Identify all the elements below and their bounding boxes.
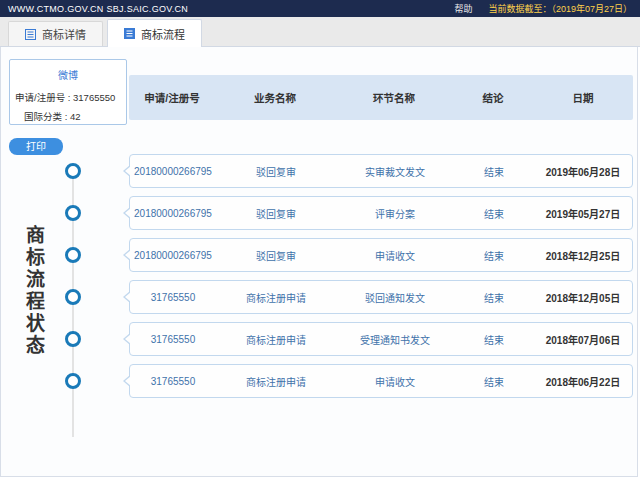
cell-date: 2018年06月22日 [534,365,632,397]
table-header: 申请/注册号业务名称环节名称结论日期 [129,75,633,120]
cell-business-name: 商标注册申请 [216,365,336,397]
international-class: 国际分类 : 42 [24,109,126,123]
header-date: 日期 [533,75,633,120]
cell-reg-no: 31765550 [130,323,216,355]
trademark-summary-box: 微博 申请/注册号 : 31765550 国际分类 : 42 [9,59,127,125]
header-business-name: 业务名称 [215,75,335,120]
header-reg-no: 申请/注册号 [129,75,215,120]
data-as-of-text: 当前数据截至：（2019年07月27日） [488,2,632,15]
cell-reg-no: 20180000266795 [130,197,216,229]
vertical-page-title: 商标流程状态 [23,225,44,357]
cell-business-name: 商标注册申请 [216,323,336,355]
cell-conclusion: 结束 [454,155,534,187]
table-row: 20180000266795驳回复审申请收文结束2018年12月25日 [129,238,633,272]
cell-reg-no: 20180000266795 [130,239,216,271]
cell-date: 2019年05月27日 [534,197,632,229]
table-row: 31765550商标注册申请申请收文结束2018年06月22日 [129,364,633,398]
cell-conclusion: 结束 [454,239,534,271]
timeline-node-icon [65,373,81,389]
cell-conclusion: 结束 [454,365,534,397]
topbar: WWW.CTMO.GOV.CN SBJ.SAIC.GOV.CN 帮助 当前数据截… [0,0,640,17]
cell-stage-name: 实审裁文发文 [336,155,454,187]
table-row: 31765550商标注册申请驳回通知发文结束2018年12月05日 [129,280,633,314]
content-card: 微博 申请/注册号 : 31765550 国际分类 : 42 打印 商标流程状态… [0,47,638,477]
cell-reg-no: 20180000266795 [130,155,216,187]
timeline-node-icon [65,331,81,347]
header-conclusion: 结论 [453,75,533,120]
table-row: 20180000266795驳回复审评审分案结束2019年05月27日 [129,196,633,230]
cell-business-name: 驳回复审 [216,155,336,187]
table-row: 20180000266795驳回复审实审裁文发文结束2019年06月28日 [129,154,633,188]
cell-date: 2019年06月28日 [534,155,632,187]
cell-date: 2018年07月06日 [534,323,632,355]
cell-stage-name: 驳回通知发文 [336,281,454,313]
document-list-icon [25,29,36,40]
print-button[interactable]: 打印 [9,138,63,155]
tabstrip: 商标详情 商标流程 [0,17,640,47]
site-url-text: WWW.CTMO.GOV.CN SBJ.SAIC.GOV.CN [8,4,188,14]
cell-stage-name: 申请收文 [336,239,454,271]
timeline-node-icon [65,289,81,305]
registration-number: 申请/注册号 : 31765550 [15,90,126,104]
timeline-node-icon [65,163,81,179]
cell-date: 2018年12月25日 [534,239,632,271]
cell-business-name: 驳回复审 [216,197,336,229]
header-stage-name: 环节名称 [335,75,453,120]
tab-trademark-details[interactable]: 商标详情 [8,21,103,46]
cell-stage-name: 受理通知书发文 [336,323,454,355]
cell-date: 2018年12月05日 [534,281,632,313]
rows: 20180000266795驳回复审实审裁文发文结束2019年06月28日201… [129,154,633,406]
table-row: 31765550商标注册申请受理通知书发文结束2018年07月06日 [129,322,633,356]
topbar-right: 帮助 当前数据截至：（2019年07月27日） [454,2,632,15]
cell-stage-name: 申请收文 [336,365,454,397]
list-icon [124,28,135,39]
cell-conclusion: 结束 [454,281,534,313]
cell-reg-no: 31765550 [130,281,216,313]
timeline-node-icon [65,247,81,263]
tab-label: 商标流程 [141,26,185,42]
cell-stage-name: 评审分案 [336,197,454,229]
help-link[interactable]: 帮助 [454,2,472,15]
timeline-node-icon [65,205,81,221]
cell-reg-no: 31765550 [130,365,216,397]
tab-trademark-process[interactable]: 商标流程 [107,19,202,47]
cell-business-name: 驳回复审 [216,239,336,271]
cell-conclusion: 结束 [454,323,534,355]
cell-conclusion: 结束 [454,197,534,229]
trademark-name: 微博 [10,67,126,82]
tab-label: 商标详情 [42,26,86,42]
cell-business-name: 商标注册申请 [216,281,336,313]
trademark-process-page: WWW.CTMO.GOV.CN SBJ.SAIC.GOV.CN 帮助 当前数据截… [0,0,640,482]
